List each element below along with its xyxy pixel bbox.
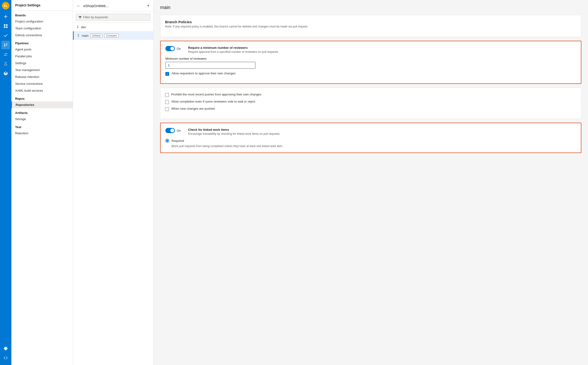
filter-input-container[interactable]: Filter by keywords — [76, 14, 150, 21]
min-reviewers-title: Require a minimum number of reviewers — [188, 46, 279, 49]
sidebar-title: Project Settings — [11, 0, 73, 11]
svg-rect-1 — [6, 24, 7, 26]
allow-completion-label: Allow completion even if some reviewers … — [171, 100, 255, 103]
branch-list: ↧ dev ↧ main Default Compare — [73, 23, 153, 365]
allow-requestors-checkbox[interactable]: ✓ — [165, 72, 169, 76]
sidebar: Project Settings Boards Project configur… — [11, 0, 73, 365]
svg-rect-3 — [6, 26, 7, 28]
linked-work-desc: Encourage traceability by checking for l… — [188, 132, 280, 135]
repo-title: eShopOnWeb... — [83, 4, 144, 8]
svg-rect-0 — [4, 24, 6, 26]
user-avatar[interactable]: EL — [2, 2, 9, 9]
icon-bar: EL — [0, 0, 11, 365]
min-reviewers-box: On Require a minimum number of reviewers… — [160, 41, 581, 84]
sidebar-item-release-retention[interactable]: Release retention — [11, 73, 73, 80]
allow-requestors-row: ✓ Allow requestors to approve their own … — [165, 71, 576, 76]
new-changes-label: When new changes are pushed: — [171, 107, 215, 110]
branch-tag-compare: Compare — [104, 34, 119, 37]
required-radio[interactable] — [165, 139, 169, 143]
filter-icon — [78, 16, 82, 19]
svg-point-7 — [5, 53, 5, 54]
sidebar-item-retention[interactable]: Retention — [11, 130, 73, 137]
min-reviewers-toggle-knob — [170, 47, 174, 50]
required-radio-row: Required — [165, 139, 576, 143]
branch-icon-dev: ↧ — [76, 25, 79, 29]
main-content: main Branch Policies Note: If any requir… — [154, 0, 588, 365]
branch-item-dev[interactable]: ↧ dev — [73, 23, 153, 31]
expand-nav-icon[interactable] — [1, 354, 10, 362]
required-radio-label: Required — [172, 139, 184, 143]
linked-work-toggle[interactable] — [165, 128, 175, 133]
sidebar-section-boards: Boards — [11, 11, 73, 18]
min-reviewers-text: Require a minimum number of reviewers Re… — [188, 46, 279, 54]
sidebar-item-project-configuration[interactable]: Project configuration — [11, 18, 73, 25]
branch-policies-title: Branch Policies — [165, 20, 576, 24]
sidebar-item-service-connections[interactable]: Service connections — [11, 80, 73, 87]
checkmark-nav-icon[interactable] — [1, 31, 10, 40]
sidebar-item-storage[interactable]: Storage — [11, 116, 73, 122]
new-changes-checkbox[interactable] — [165, 107, 169, 111]
back-button[interactable]: ← — [76, 3, 82, 9]
middle-header: ← eShopOnWeb... + — [73, 0, 153, 12]
allow-completion-row: Allow completion even if some reviewers … — [165, 100, 576, 104]
add-branch-button[interactable]: + — [146, 2, 150, 9]
sidebar-item-settings[interactable]: Settings — [11, 60, 73, 67]
sidebar-item-test-management[interactable]: Test management — [11, 67, 73, 73]
sidebar-section-pipelines: Pipelines — [11, 39, 73, 46]
filter-placeholder: Filter by keywords — [83, 15, 108, 19]
branch-policies-note: Note: If any required policy is enabled,… — [165, 25, 576, 28]
min-reviewers-input[interactable] — [165, 62, 255, 69]
min-reviewers-toggle[interactable] — [165, 46, 175, 51]
sidebar-item-parallel-jobs[interactable]: Parallel jobs — [11, 53, 73, 60]
svg-point-4 — [4, 43, 5, 44]
branch-tag-default: Default — [90, 34, 102, 37]
required-radio-dot — [166, 140, 168, 142]
prohibit-pusher-row: Prohibit the most recent pusher from app… — [165, 93, 576, 97]
linked-work-toggle-label: On — [177, 129, 181, 132]
svg-point-5 — [6, 43, 7, 44]
page-title: main — [160, 5, 581, 10]
sidebar-item-team-configuration[interactable]: Team configuration — [11, 25, 73, 32]
settings-nav-icon[interactable] — [1, 344, 10, 353]
min-reviewers-row: On Require a minimum number of reviewers… — [165, 46, 576, 54]
sidebar-section-artifacts: Artifacts — [11, 108, 73, 116]
sidebar-section-test: Test — [11, 122, 73, 130]
sidebar-item-repositories[interactable]: Repositories — [11, 101, 73, 108]
svg-rect-2 — [4, 26, 6, 28]
branch-name-dev: dev — [81, 25, 86, 29]
linked-work-text: Check for linked work items Encourage tr… — [188, 128, 280, 135]
sidebar-item-agent-pools[interactable]: Agent pools — [11, 46, 73, 53]
branch-policies-header-box: Branch Policies Note: If any required po… — [160, 15, 581, 37]
allow-requestors-label: Allow requestors to approve their own ch… — [172, 71, 236, 75]
boards-nav-icon[interactable] — [1, 22, 10, 30]
prohibit-pusher-checkbox[interactable] — [165, 93, 169, 97]
linked-work-title: Check for linked work items — [188, 128, 280, 132]
plus-nav-icon[interactable] — [1, 12, 10, 21]
branch-icon-main: ↧ — [77, 34, 80, 37]
min-reviewers-toggle-label: On — [177, 47, 181, 50]
prohibit-pusher-label: Prohibit the most recent pusher from app… — [171, 93, 261, 96]
new-changes-row: When new changes are pushed: — [165, 107, 576, 111]
filter-bar: Filter by keywords — [73, 12, 153, 23]
min-reviewers-sub: Minimum number of reviewers ✓ Allow requ… — [165, 57, 576, 76]
min-reviewers-toggle-area: On — [165, 46, 184, 51]
git-nav-icon[interactable] — [1, 41, 10, 49]
sidebar-item-github-connections[interactable]: GitHub connections — [11, 32, 73, 39]
linked-work-items-box: On Check for linked work items Encourage… — [160, 123, 581, 153]
sidebar-item-xaml-build[interactable]: XAML build services — [11, 87, 73, 94]
other-policies-box: Prohibit the most recent pusher from app… — [160, 88, 581, 119]
flask-nav-icon[interactable] — [1, 60, 10, 68]
allow-completion-checkbox[interactable] — [165, 100, 169, 104]
linked-work-items-row: On Check for linked work items Encourage… — [165, 128, 576, 135]
branch-item-main[interactable]: ↧ main Default Compare — [73, 31, 153, 40]
min-reviewers-desc: Require approval from a specified number… — [188, 50, 279, 54]
branch-name-main: main — [82, 34, 88, 37]
sidebar-section-repos: Repos — [11, 94, 73, 101]
min-reviewers-input-label: Minimum number of reviewers — [165, 57, 576, 60]
pipelines-nav-icon[interactable] — [1, 50, 10, 59]
linked-work-toggle-area: On — [165, 128, 184, 133]
linked-work-sub: Required Block pull requests from being … — [165, 139, 576, 148]
linked-work-toggle-knob — [170, 129, 174, 132]
middle-panel: ← eShopOnWeb... + Filter by keywords ↧ d… — [73, 0, 154, 365]
artifact-nav-icon[interactable] — [1, 69, 10, 78]
